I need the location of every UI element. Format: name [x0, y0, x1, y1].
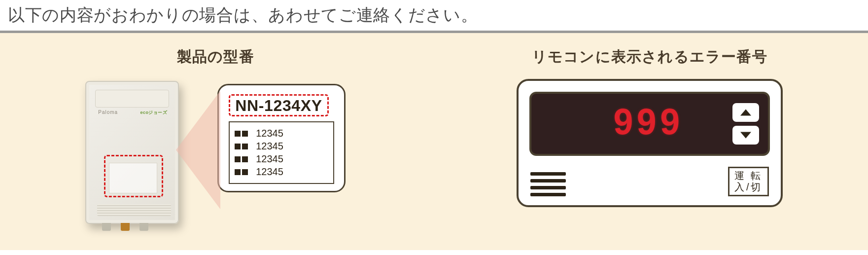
section-title-model: 製品の型番 — [177, 47, 254, 67]
remote-bottom-row: 運 転 入/切 — [529, 167, 770, 196]
zoom-beam-icon — [176, 91, 220, 209]
svg-marker-0 — [740, 109, 751, 116]
model-number-value: NN-1234XY — [229, 94, 329, 116]
heater-vents — [97, 204, 171, 216]
spec-row: 12345 — [235, 166, 328, 178]
temp-up-button[interactable] — [732, 103, 759, 122]
water-heater-unit: Paloma ecoジョーズ — [85, 81, 179, 224]
section-error-code: リモコンに表示されるエラー番号 999 — [517, 47, 783, 207]
spec-value: 12345 — [256, 153, 283, 165]
temp-button-column — [732, 103, 759, 145]
error-code-value: 999 — [570, 102, 726, 146]
square-bullet-icon — [235, 156, 248, 162]
spec-row: 12345 — [235, 141, 328, 152]
heater-brand-text: Paloma — [98, 109, 118, 115]
model-illustration: Paloma ecoジョーズ NN-1234XY 12345 — [85, 81, 346, 224]
spec-mini-table: 12345 12345 12345 12345 — [229, 121, 334, 184]
content-area: 製品の型番 Paloma ecoジョーズ NN-1234XY — [0, 33, 868, 250]
heater-eco-logo: ecoジョーズ — [140, 109, 168, 116]
square-bullet-icon — [235, 131, 248, 137]
section-model-number: 製品の型番 Paloma ecoジョーズ NN-1234XY — [85, 47, 346, 224]
square-bullet-icon — [235, 144, 248, 149]
spec-row: 12345 — [235, 128, 328, 139]
heater-label-highlight-icon — [104, 155, 163, 197]
heater-top-panel — [95, 90, 169, 108]
chevron-down-icon — [740, 132, 751, 139]
menu-icon[interactable] — [530, 172, 566, 196]
power-label-top: 運 転 — [734, 170, 762, 182]
spec-label-card: NN-1234XY 12345 12345 12345 — [217, 84, 346, 192]
temp-down-button[interactable] — [732, 126, 759, 145]
spec-value: 12345 — [256, 128, 283, 139]
svg-marker-1 — [740, 132, 751, 139]
heater-pipes — [102, 223, 148, 231]
header-text: 以下の内容がおわかりの場合は、あわせてご連絡ください。 — [0, 0, 868, 31]
section-title-error: リモコンに表示されるエラー番号 — [532, 47, 767, 67]
spec-value: 12345 — [256, 166, 283, 178]
spec-row: 12345 — [235, 153, 328, 165]
remote-display: 999 — [529, 92, 770, 156]
remote-controller: 999 運 転 入/切 — [517, 79, 783, 207]
spec-value: 12345 — [256, 141, 283, 152]
power-label-bottom: 入/切 — [734, 182, 762, 193]
power-button[interactable]: 運 転 入/切 — [728, 167, 768, 196]
square-bullet-icon — [235, 169, 248, 175]
chevron-up-icon — [740, 109, 751, 116]
